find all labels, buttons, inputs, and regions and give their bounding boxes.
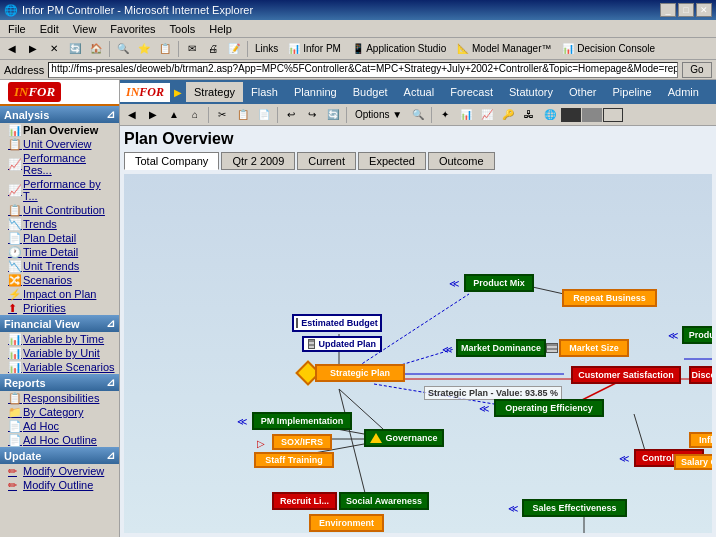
sidebar-scroll[interactable]: Analysis ⊿ 📊 Plan Overview 📋 Unit Overvi… [0, 106, 119, 537]
sidebar-item-variable-scenarios[interactable]: 📊 Variable Scenarios [0, 360, 119, 374]
close-button[interactable]: ✕ [696, 3, 712, 17]
node-governance[interactable]: Governance [364, 429, 444, 447]
node-updated-plan[interactable]: Updated Plan [302, 336, 382, 352]
nav-tab-forecast[interactable]: Forecast [442, 82, 501, 102]
menu-file[interactable]: File [2, 22, 32, 36]
appstudio-link[interactable]: 📱 Application Studio [347, 40, 451, 58]
nav-tab-statutory[interactable]: Statutory [501, 82, 561, 102]
menu-help[interactable]: Help [203, 22, 238, 36]
tb2-btn11[interactable]: 🔍 [408, 106, 428, 124]
back-button[interactable]: ◀ [2, 40, 22, 58]
sidebar-item-ad-hoc-outline[interactable]: 📄 Ad Hoc Outline [0, 433, 119, 447]
node-discount-rate[interactable]: Discount R... [689, 366, 712, 384]
node-pm-implementation[interactable]: PM Implementation [252, 412, 352, 430]
node-sox-ifrs[interactable]: SOX/IFRS [272, 434, 332, 450]
sub-tab-outcome[interactable]: Outcome [428, 152, 495, 170]
tb2-btn5[interactable]: ✂ [212, 106, 232, 124]
print-button[interactable]: 🖨 [203, 40, 223, 58]
sub-tab-qtr2-2009[interactable]: Qtr 2 2009 [221, 152, 295, 170]
sidebar-item-time-detail[interactable]: 🕐 Time Detail [0, 245, 119, 259]
search-button[interactable]: 🔍 [113, 40, 133, 58]
sidebar-item-unit-trends[interactable]: 📉 Unit Trends [0, 259, 119, 273]
node-recruit[interactable]: Recruit Li... [272, 492, 337, 510]
tb2-btn8[interactable]: ↩ [281, 106, 301, 124]
sidebar-item-priorities[interactable]: ⬆ Priorities [0, 301, 119, 315]
tb2-btn18[interactable] [561, 108, 581, 122]
node-market-size[interactable]: Market Size [559, 339, 629, 357]
nav-tab-pipeline[interactable]: Pipeline [605, 82, 660, 102]
sidebar-item-plan-detail[interactable]: 📄 Plan Detail [0, 231, 119, 245]
nav-tab-actual[interactable]: Actual [396, 82, 443, 102]
sub-tab-current[interactable]: Current [297, 152, 356, 170]
tb2-btn2[interactable]: ▶ [143, 106, 163, 124]
tb2-btn9[interactable]: ↪ [302, 106, 322, 124]
tb2-btn10[interactable]: 🔄 [323, 106, 343, 124]
sub-tab-expected[interactable]: Expected [358, 152, 426, 170]
sidebar-item-impact-on-plan[interactable]: ⚡ Impact on Plan [0, 287, 119, 301]
menu-edit[interactable]: Edit [34, 22, 65, 36]
forward-button[interactable]: ▶ [23, 40, 43, 58]
inforpm-link[interactable]: 📊 Infor PM [283, 40, 346, 58]
title-bar-controls[interactable]: _ □ ✕ [660, 3, 712, 17]
tb2-btn14[interactable]: 📈 [477, 106, 497, 124]
node-sales-effectiveness[interactable]: Sales Effectiveness [522, 499, 627, 517]
sidebar-item-scenarios[interactable]: 🔀 Scenarios [0, 273, 119, 287]
tb2-btn16[interactable]: 🖧 [519, 106, 539, 124]
sidebar-item-performance-res[interactable]: 📈 Performance Res... [0, 151, 119, 177]
sidebar-item-variable-by-time[interactable]: 📊 Variable by Time [0, 332, 119, 346]
go-button[interactable]: Go [682, 62, 712, 78]
sidebar-item-modify-overview[interactable]: ✏ Modify Overview [0, 464, 119, 478]
node-environment[interactable]: Environment [309, 514, 384, 532]
sidebar-item-unit-overview[interactable]: 📋 Unit Overview [0, 137, 119, 151]
node-repeat-business[interactable]: Repeat Business [562, 289, 657, 307]
menu-view[interactable]: View [67, 22, 103, 36]
menu-favorites[interactable]: Favorites [104, 22, 161, 36]
favorites-button[interactable]: ⭐ [134, 40, 154, 58]
node-social-awareness[interactable]: Social Awareness [339, 492, 429, 510]
history-button[interactable]: 📋 [155, 40, 175, 58]
stop-button[interactable]: ✕ [44, 40, 64, 58]
node-customer-satisfaction[interactable]: Customer Satisfaction [571, 366, 681, 384]
sidebar-item-variable-by-unit[interactable]: 📊 Variable by Unit [0, 346, 119, 360]
nav-tab-other[interactable]: Other [561, 82, 605, 102]
sidebar-item-unit-contribution[interactable]: 📋 Unit Contribution [0, 203, 119, 217]
tb2-btn12[interactable]: ✦ [435, 106, 455, 124]
sidebar-item-responsibilities[interactable]: 📋 Responsibilities [0, 391, 119, 405]
sidebar-item-performance-by-t[interactable]: 📈 Performance by T... [0, 177, 119, 203]
edit-button[interactable]: 📝 [224, 40, 244, 58]
tb2-btn19[interactable] [582, 108, 602, 122]
node-inflation[interactable]: Inflation [689, 432, 712, 448]
tb2-btn17[interactable]: 🌐 [540, 106, 560, 124]
tb2-btn1[interactable]: ◀ [122, 106, 142, 124]
tb2-btn7[interactable]: 📄 [254, 106, 274, 124]
node-market-dominance[interactable]: Market Dominance [456, 339, 546, 357]
nav-tab-strategy[interactable]: Strategy [186, 82, 243, 102]
tb2-options[interactable]: Options ▼ [350, 106, 407, 124]
node-strategic-plan[interactable]: Strategic Plan [315, 364, 405, 382]
tb2-btn4[interactable]: ⌂ [185, 106, 205, 124]
sidebar-item-by-category[interactable]: 📁 By Category [0, 405, 119, 419]
tb2-btn15[interactable]: 🔑 [498, 106, 518, 124]
nav-tab-flash[interactable]: Flash [243, 82, 286, 102]
decisionconsole-link[interactable]: 📊 Decision Console [557, 40, 660, 58]
nav-tab-budget[interactable]: Budget [345, 82, 396, 102]
reports-header[interactable]: Reports ⊿ [0, 374, 119, 391]
sub-tab-total-company[interactable]: Total Company [124, 152, 219, 170]
node-operating-efficiency[interactable]: Operating Efficiency [494, 399, 604, 417]
mail-button[interactable]: ✉ [182, 40, 202, 58]
modelmanager-link[interactable]: 📐 Model Manager™ [452, 40, 556, 58]
financial-header[interactable]: Financial View ⊿ [0, 315, 119, 332]
node-product-quality[interactable]: Product Qu... [682, 326, 712, 344]
maximize-button[interactable]: □ [678, 3, 694, 17]
node-staff-training[interactable]: Staff Training [254, 452, 334, 468]
minimize-button[interactable]: _ [660, 3, 676, 17]
update-header[interactable]: Update ⊿ [0, 447, 119, 464]
tb2-btn6[interactable]: 📋 [233, 106, 253, 124]
nav-tab-admin[interactable]: Admin [660, 82, 707, 102]
sidebar-item-ad-hoc[interactable]: 📄 Ad Hoc [0, 419, 119, 433]
nav-tab-planning[interactable]: Planning [286, 82, 345, 102]
node-estimated-budget[interactable]: Estimated Budget [292, 314, 382, 332]
tb2-btn13[interactable]: 📊 [456, 106, 476, 124]
tb2-btn3[interactable]: ▲ [164, 106, 184, 124]
tb2-btn20[interactable] [603, 108, 623, 122]
